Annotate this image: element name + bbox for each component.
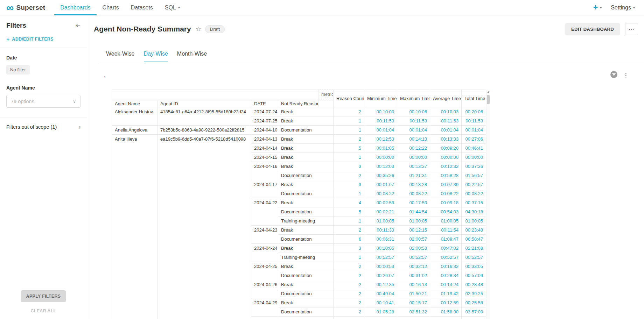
cell-not-ready-reason: Documentation [278,171,334,180]
cell-date: 2024-07-24 [251,107,278,116]
cell-average-time: 00:47:02 [430,244,462,253]
nav-sql[interactable]: SQL ▾ [159,0,186,15]
scroll-up-arrow-icon[interactable]: ▲ [486,90,490,93]
cell-date: 2024-04-16 [251,162,278,180]
cell-total-time: 00:22:57 [462,180,486,189]
cell-reason-count: 5 [334,144,364,153]
cell-maximum-time: 00:13:28 [397,180,430,189]
cell-total-time: 06:58:47 [462,235,486,244]
tab-month-wise[interactable]: Month-Wise [177,47,207,62]
cell-maximum-time: 00:52:57 [397,253,430,262]
dashboard-main: Agent Non-Ready Summary ☆ Draft EDIT DAS… [87,15,644,319]
collapse-filters-icon[interactable]: ⇤ [76,22,80,29]
header-maximum-time[interactable]: Maximum Time [397,90,430,107]
cell-total-time: 00:57:09 [462,271,486,280]
cell-date: 2024-04-25 [251,262,278,280]
cell-not-ready-reason: Break [278,107,334,116]
kebab-menu-icon[interactable]: ⋮ [623,72,629,79]
cell-reason-count: 3 [334,162,364,171]
settings-label: Settings [611,5,631,11]
date-filter-group: Date No filter [6,55,80,75]
add-edit-filters-button[interactable]: + ADD/EDIT FILTERS [0,29,87,48]
chevron-down-icon: ∨ [73,99,76,104]
nav-charts[interactable]: Charts [97,0,125,15]
header-agent-id[interactable]: Agent ID [158,100,251,107]
cell-maximum-time: 00:32:12 [397,262,430,271]
cell-reason-count: 2 [334,262,364,271]
header-not-ready-reason[interactable]: Not Ready Reason [278,100,318,107]
cell-reason-count: 2 [334,307,364,317]
cell-average-time: 00:12:32 [430,162,462,171]
cell-reason-count: 2 [334,171,364,180]
tab-week-wise[interactable]: Week-Wise [106,47,135,62]
cell-total-time: 03:57:00 [462,307,486,317]
new-button[interactable]: + ▾ [593,3,602,12]
nav-datasets[interactable]: Datasets [125,0,159,15]
cell-average-time: 00:54:03 [430,207,462,217]
cell-date: 2024-04-13 [251,135,278,144]
cell-reason-count: 2 [334,107,364,116]
cell-total-time: 00:52:57 [462,253,486,262]
agent-name-select[interactable]: 79 options ∨ [6,95,80,108]
header-agent-name[interactable]: Agent Name [112,100,158,107]
cell-reason-count: 3 [334,317,364,319]
cell-not-ready-reason: Break [278,244,334,253]
header-minimum-time[interactable]: Minimum Time [364,90,397,107]
cell-minimum-time: 00:01:04 [364,126,397,135]
date-filter-value-chip[interactable]: No filter [6,65,30,75]
more-options-button[interactable]: ⋯ [625,23,638,35]
edit-dashboard-button[interactable]: EDIT DASHBOARD [565,23,620,35]
favorite-star-icon[interactable]: ☆ [196,25,201,33]
add-edit-filters-label: ADD/EDIT FILTERS [12,37,53,42]
cell-minimum-time: 00:01:07 [364,180,397,189]
header-reason-count[interactable]: Reason Count [334,90,364,107]
settings-menu[interactable]: Settings ▾ [611,5,635,11]
cell-maximum-time: 00:18:26 [397,317,430,319]
cell-minimum-time: 00:08:22 [364,189,397,198]
table-scrollbar[interactable]: ▲ [486,90,490,319]
nav-dashboards[interactable]: Dashboards [54,0,96,15]
header-date[interactable]: DATE [251,100,278,107]
cell-not-ready-reason: Break [278,280,334,289]
cell-not-ready-reason: Documentation [278,189,334,198]
page-title: Agent Non-Ready Summary [94,25,191,33]
cell-total-time: 00:01:04 [462,126,486,135]
cell-agent-id: 41854e81-a64a-4212-8f95-55d180b22d24 [158,107,251,126]
cell-date: 2024-04-26 [251,280,278,298]
cell-not-ready-reason: Documentation [278,289,334,298]
cell-average-time: 01:09:47 [430,235,462,244]
filters-out-of-scope[interactable]: Filters out of scope (1) › [0,118,87,136]
pivot-table-body: Aleksander Hristov41854e81-a64a-4212-8f9… [112,107,486,319]
status-badge: Draft [205,25,225,33]
clear-all-button[interactable]: CLEAR ALL [0,309,87,313]
header-total-time[interactable]: Total Time [462,90,486,107]
superset-logo[interactable]: ∞ Superset [0,0,54,15]
cell-total-time: 01:00:05 [462,217,486,226]
scrollbar-thumb[interactable] [487,95,490,104]
cell-average-time: 00:28:34 [430,271,462,280]
brand-name: Superset [16,4,45,12]
top-navbar: ∞ Superset Dashboards Charts Datasets SQ… [0,0,644,15]
cell-average-time: 00:09:20 [430,144,462,153]
filter-indicator-icon[interactable] [610,71,617,79]
cell-not-ready-reason: Break [278,116,334,126]
cell-date: 2024-04-14 [251,144,278,153]
cell-total-time: 00:27:06 [462,135,486,144]
navbar-right: + ▾ Settings ▾ [593,0,644,15]
cell-minimum-time: 00:12:53 [364,135,397,144]
cell-not-ready-reason: Break [278,198,334,207]
tab-day-wise[interactable]: Day-Wise [144,47,168,62]
apply-filters-button[interactable]: APPLY FILTERS [21,290,66,302]
cell-total-time: 00:28:48 [462,280,486,289]
cell-average-time: 01:00:05 [430,217,462,226]
cell-average-time: 00:14:24 [430,280,462,289]
plus-icon: + [593,3,598,12]
cell-date: 2024-05-01 [251,317,278,319]
cell-date: 2024-04-22 [251,198,278,226]
cell-not-ready-reason: Documentation [278,307,334,317]
cell-maximum-time: 01:21:31 [397,171,430,180]
cell-average-time: 00:08:22 [430,189,462,198]
header-average-time[interactable]: Average Time [430,90,462,107]
cell-minimum-time: 00:10:00 [364,107,397,116]
cell-minimum-time: 00:06:31 [364,235,397,244]
